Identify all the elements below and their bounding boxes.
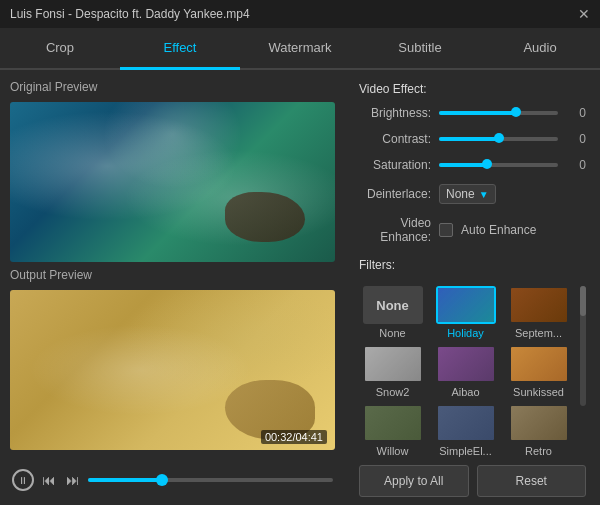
right-panel: Video Effect: Brightness: 0 Contrast: 0 … (345, 70, 600, 505)
close-icon[interactable]: ✕ (578, 6, 590, 22)
tab-effect[interactable]: Effect (120, 28, 240, 70)
filter-thumb-sunkissed (509, 345, 569, 383)
filters-grid: None None Holiday Septem... (359, 286, 572, 457)
main-content: Original Preview Output Preview 00:32/04… (0, 70, 600, 505)
filter-name-snow2: Snow2 (376, 386, 410, 398)
filter-name-aibao: Aibao (451, 386, 479, 398)
deinterlace-select[interactable]: None ▼ (439, 184, 496, 204)
saturation-fill (439, 163, 487, 167)
saturation-label: Saturation: (359, 158, 431, 172)
contrast-slider[interactable] (439, 137, 558, 141)
tab-bar: Crop Effect Watermark Subtitle Audio (0, 28, 600, 70)
brightness-thumb (511, 107, 521, 117)
seek-fill (88, 478, 162, 482)
seek-bar[interactable] (88, 478, 333, 482)
output-label-row: Output Preview (10, 268, 335, 284)
apply-to-all-button[interactable]: Apply to All (359, 465, 469, 497)
auto-enhance-label: Auto Enhance (461, 223, 536, 237)
video-enhance-label: Video Enhance: (359, 216, 431, 244)
dropdown-arrow-icon: ▼ (479, 189, 489, 200)
window-title: Luis Fonsi - Despacito ft. Daddy Yankee.… (10, 7, 250, 21)
contrast-label: Contrast: (359, 132, 431, 146)
filters-area: None None Holiday Septem... (359, 286, 586, 457)
next-frame-button[interactable]: ⏭ (64, 470, 82, 490)
filter-item-simpleel[interactable]: SimpleEl... (432, 404, 499, 457)
brightness-row: Brightness: 0 (359, 106, 586, 120)
reset-button[interactable]: Reset (477, 465, 587, 497)
filters-label: Filters: (359, 258, 586, 272)
filter-name-september: Septem... (515, 327, 562, 339)
filter-name-sunkissed: Sunkissed (513, 386, 564, 398)
filter-name-holiday: Holiday (447, 327, 484, 339)
filter-thumb-simpleel (436, 404, 496, 442)
filter-item-none[interactable]: None None (359, 286, 426, 339)
filter-item-sunkissed[interactable]: Sunkissed (505, 345, 572, 398)
tab-watermark[interactable]: Watermark (240, 28, 360, 70)
timecode-badge: 00:32/04:41 (261, 430, 327, 444)
filters-scrollbar[interactable] (580, 286, 586, 406)
original-preview-label: Original Preview (10, 80, 335, 94)
filter-thumb-snow2 (363, 345, 423, 383)
filter-name-simpleel: SimpleEl... (439, 445, 492, 457)
playback-controls: ⏸ ⏮ ⏭ (10, 465, 335, 495)
video-effect-label: Video Effect: (359, 82, 586, 96)
auto-enhance-checkbox[interactable] (439, 223, 453, 237)
enhance-row: Video Enhance: Auto Enhance (359, 216, 586, 244)
play-pause-button[interactable]: ⏸ (12, 469, 34, 491)
deinterlace-row: Deinterlace: None ▼ (359, 184, 586, 204)
seek-thumb (156, 474, 168, 486)
filter-name-none: None (379, 327, 405, 339)
contrast-value: 0 (566, 132, 586, 146)
filter-name-willow: Willow (377, 445, 409, 457)
filter-item-willow[interactable]: Willow (359, 404, 426, 457)
saturation-slider[interactable] (439, 163, 558, 167)
saturation-row: Saturation: 0 (359, 158, 586, 172)
scrollbar-thumb (580, 286, 586, 316)
title-bar: Luis Fonsi - Despacito ft. Daddy Yankee.… (0, 0, 600, 28)
deinterlace-value: None (446, 187, 475, 201)
filter-item-holiday[interactable]: Holiday (432, 286, 499, 339)
brightness-value: 0 (566, 106, 586, 120)
filter-thumb-willow (363, 404, 423, 442)
filter-thumb-september (509, 286, 569, 324)
prev-frame-button[interactable]: ⏮ (40, 470, 58, 490)
filter-item-aibao[interactable]: Aibao (432, 345, 499, 398)
contrast-row: Contrast: 0 (359, 132, 586, 146)
filter-item-september[interactable]: Septem... (505, 286, 572, 339)
action-buttons: Apply to All Reset (359, 465, 586, 497)
deinterlace-label: Deinterlace: (359, 187, 431, 201)
saturation-thumb (482, 159, 492, 169)
saturation-value: 0 (566, 158, 586, 172)
brightness-slider[interactable] (439, 111, 558, 115)
output-preview-label: Output Preview (10, 268, 92, 282)
left-panel: Original Preview Output Preview 00:32/04… (0, 70, 345, 505)
brightness-fill (439, 111, 516, 115)
original-preview (10, 102, 335, 262)
filter-name-retro: Retro (525, 445, 552, 457)
rock-patch (225, 192, 305, 242)
brightness-label: Brightness: (359, 106, 431, 120)
tab-subtitle[interactable]: Subtitle (360, 28, 480, 70)
filter-thumb-none: None (363, 286, 423, 324)
filter-item-retro[interactable]: Retro (505, 404, 572, 457)
filter-thumb-holiday (436, 286, 496, 324)
tab-crop[interactable]: Crop (0, 28, 120, 70)
filter-item-snow2[interactable]: Snow2 (359, 345, 426, 398)
filter-thumb-retro (509, 404, 569, 442)
filter-thumb-aibao (436, 345, 496, 383)
contrast-thumb (494, 133, 504, 143)
tab-audio[interactable]: Audio (480, 28, 600, 70)
output-preview: 00:32/04:41 (10, 290, 335, 450)
contrast-fill (439, 137, 499, 141)
